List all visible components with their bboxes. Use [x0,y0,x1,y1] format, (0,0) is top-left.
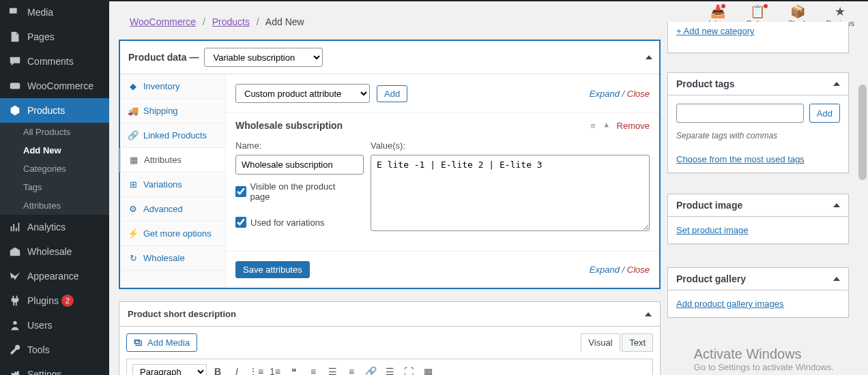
attribute-type-select[interactable]: Custom product attribute [235,84,370,103]
tab-wholesale[interactable]: ↻Wholesale [120,246,225,271]
visual-tab[interactable]: Visual [581,333,620,352]
add-media-button[interactable]: Add Media [126,333,197,352]
toolbar-toggle-button[interactable]: ▦ [420,363,436,375]
align-right-button[interactable]: ≡ [343,363,360,375]
product-tags-title: Product tags [676,78,735,89]
attr-icon: ▦ [129,155,139,165]
format-select[interactable]: Paragraph [132,364,207,376]
most-used-tags-link[interactable]: Choose from the most used tags [676,154,805,164]
users-icon [8,318,22,332]
submenu-item-categories[interactable]: Categories [0,160,109,178]
submenu-item-attributes[interactable]: Attributes [0,196,109,215]
product-data-panel: Product data — Variable subscription ◆In… [119,40,661,289]
svg-rect-0 [10,83,20,89]
tag-input[interactable] [676,104,804,123]
panel-toggle-icon[interactable] [646,55,652,59]
expand-close-link[interactable]: Expand / Close [590,89,650,99]
panel-toggle-icon[interactable] [833,277,840,281]
panel-toggle-icon[interactable] [833,82,840,86]
visible-checkbox-label[interactable]: Visible on the product page [235,181,354,202]
panel-toggle-icon[interactable] [833,203,840,207]
variations-checkbox-label[interactable]: Used for variations [235,217,354,228]
plugins-icon [8,294,22,308]
bullet-list-button[interactable]: ⋮≡ [248,363,264,375]
menu-item-users[interactable]: Users [0,313,109,338]
tab-advanced[interactable]: ⚙Advanced [120,197,225,222]
product-tags-box: Product tags Add Separate tags with comm… [667,72,849,173]
analytics-icon [8,220,22,234]
breadcrumb-woocommerce[interactable]: WooCommerce [130,16,196,27]
menu-item-products[interactable]: Products [0,98,109,123]
tab-inventory[interactable]: ◆Inventory [120,74,225,99]
readmore-button[interactable]: ☰ [381,363,398,375]
notification-dot [764,4,768,8]
short-description-panel: Product short description Add Media Visu… [119,301,661,375]
save-attributes-button[interactable]: Save attributes [235,261,310,278]
menu-item-plugins[interactable]: Plugins2 [0,288,109,313]
vertical-scrollbar[interactable] [857,3,868,375]
set-product-image-link[interactable]: Set product image [676,225,749,235]
appearance-icon [8,269,22,283]
link-button[interactable]: 🔗 [362,363,379,375]
product-type-select[interactable]: Variable subscription [204,48,323,67]
align-center-button[interactable]: ☰ [324,363,341,375]
menu-item-appearance[interactable]: Appearance [0,264,109,288]
menu-item-pages[interactable]: Pages [0,25,109,49]
short-description-title: Product short description [128,309,236,319]
reorder-icon[interactable]: ≡ [590,121,596,131]
tab-variations[interactable]: ⊞Variations [120,172,225,197]
menu-item-woocommerce[interactable]: WooCommerce [0,74,109,98]
panel-toggle-icon[interactable] [645,312,652,316]
scrollbar-thumb[interactable] [858,85,867,180]
fullscreen-button[interactable]: ⛶ [401,363,417,375]
align-left-button[interactable]: ≡ [305,363,321,375]
add-tag-button[interactable]: Add [809,104,840,123]
remove-attribute-link[interactable]: Remove [617,121,650,131]
menu-item-tools[interactable]: Tools [0,338,109,362]
menu-item-settings[interactable]: Settings [0,362,109,375]
tab-linked-products[interactable]: 🔗Linked Products [120,123,225,148]
number-list-button[interactable]: 1≡ [267,363,283,375]
attribute-block: Wholesale subscription ≡ ▾ Remove Name: [226,113,659,252]
wholesale-icon [8,245,22,258]
add-attribute-button[interactable]: Add [377,85,407,102]
settings-icon [8,368,22,375]
attribute-name-input[interactable] [235,155,364,175]
visible-checkbox[interactable] [235,186,246,197]
submenu-item-add-new[interactable]: Add New [0,141,109,160]
collapse-icon[interactable]: ▾ [604,121,609,131]
product-gallery-box: Product gallery Add product gallery imag… [667,267,849,318]
main-content: 📥Inbox📋Orders📦Stock★Reviews WooCommerce … [109,1,868,375]
orders-icon: 📋 [750,4,765,19]
add-gallery-images-link[interactable]: Add product gallery images [676,299,784,309]
product-data-title: Product data — [128,52,199,63]
submenu-item-all-products[interactable]: All Products [0,123,109,141]
menu-item-comments[interactable]: Comments [0,49,109,74]
menu-item-analytics[interactable]: Analytics [0,215,109,239]
attribute-name-label: Name: [235,140,364,151]
breadcrumb: WooCommerce / Products / Add New [130,16,304,27]
var-icon: ⊞ [128,180,138,190]
variations-checkbox[interactable] [235,217,246,228]
attribute-title: Wholesale subscription [235,120,343,131]
italic-button[interactable]: I [229,363,245,375]
link-icon: 🔗 [128,131,138,140]
tab-shipping[interactable]: 🚚Shipping [120,99,225,123]
add-new-category-link[interactable]: + Add new category [676,26,755,36]
submenu-item-tags[interactable]: Tags [0,178,109,196]
svg-point-1 [13,321,16,325]
menu-item-wholesale[interactable]: Wholesale [0,239,109,264]
breadcrumb-products[interactable]: Products [212,16,250,27]
tab-get-more-options[interactable]: ⚡Get more options [120,222,225,246]
admin-menu: MediaPagesCommentsWooCommerceProductsAll… [0,0,109,375]
expand-close-link-bottom[interactable]: Expand / Close [590,265,650,275]
text-tab[interactable]: Text [622,333,653,352]
tab-attributes[interactable]: ▦Attributes [119,148,225,172]
whole-icon: ↻ [128,254,138,263]
breadcrumb-separator: / [257,16,259,27]
menu-item-media[interactable]: Media [0,0,109,25]
attribute-values-textarea[interactable] [371,155,650,231]
quote-button[interactable]: ❝ [286,363,302,375]
bold-button[interactable]: B [209,363,226,375]
attribute-values-label: Value(s): [371,140,650,151]
